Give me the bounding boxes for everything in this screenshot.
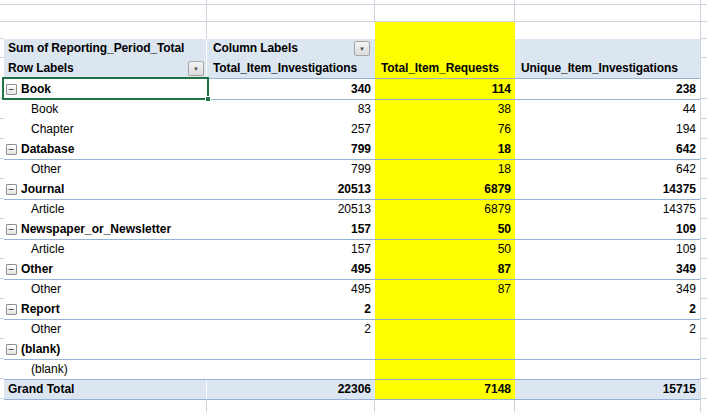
- cell-unique-item-investigations[interactable]: 194: [515, 119, 700, 139]
- cell-total-item-investigations[interactable]: 22306: [207, 379, 375, 399]
- gridline: [374, 399, 375, 412]
- cell-unique-item-investigations[interactable]: 642: [515, 139, 700, 159]
- column-labels-header[interactable]: Column Labels: [213, 39, 298, 58]
- gridline: [0, 21, 707, 22]
- cell-unique-item-investigations[interactable]: 238: [515, 79, 700, 99]
- value-field-label[interactable]: Sum of Reporting_Period_Total: [8, 39, 184, 58]
- cell-total-item-requests[interactable]: 18: [375, 139, 515, 159]
- row-label-cell[interactable]: −Report: [4, 299, 207, 319]
- pivot-row: Chapter 257 76 194: [4, 119, 700, 139]
- cell-total-item-requests[interactable]: 50: [375, 219, 515, 239]
- cell-total-item-requests[interactable]: 6879: [375, 179, 515, 199]
- cell-unique-item-investigations[interactable]: [515, 359, 700, 379]
- row-label-cell[interactable]: Article: [4, 199, 207, 219]
- row-label-cell[interactable]: (blank): [4, 359, 207, 379]
- cell-total-item-investigations[interactable]: 495: [207, 279, 375, 299]
- cell-total-item-investigations[interactable]: 799: [207, 139, 375, 159]
- cell-unique-item-investigations[interactable]: 109: [515, 219, 700, 239]
- row-label-cell[interactable]: Book: [4, 99, 207, 119]
- collapse-minus-icon[interactable]: −: [6, 344, 17, 355]
- cell-total-item-investigations[interactable]: 20513: [207, 179, 375, 199]
- row-label: (blank): [21, 339, 60, 359]
- cell-total-item-requests[interactable]: 18: [375, 159, 515, 179]
- cell-unique-item-investigations[interactable]: 2: [515, 299, 700, 319]
- cell-total-item-investigations[interactable]: 20513: [207, 199, 375, 219]
- cell-total-item-requests[interactable]: 50: [375, 239, 515, 259]
- pivot-row: Article 157 50 109: [4, 239, 700, 259]
- cell-total-item-requests[interactable]: 114: [375, 79, 515, 99]
- row-label: Journal: [21, 179, 64, 199]
- row-label-cell[interactable]: Other: [4, 319, 207, 339]
- cell-unique-item-investigations[interactable]: 349: [515, 279, 700, 299]
- cell-total-item-requests[interactable]: [375, 299, 515, 319]
- row-label: Newspaper_or_Newsletter: [21, 219, 171, 239]
- cell-unique-item-investigations[interactable]: 14375: [515, 199, 700, 219]
- cell-total-item-investigations[interactable]: 157: [207, 239, 375, 259]
- cell-total-item-requests[interactable]: 76: [375, 119, 515, 139]
- row-label: Report: [21, 299, 60, 319]
- row-label-cell[interactable]: Other: [4, 159, 207, 179]
- cell-total-item-investigations[interactable]: 257: [207, 119, 375, 139]
- row-label-cell[interactable]: −Journal: [4, 179, 207, 199]
- collapse-minus-icon[interactable]: −: [6, 264, 17, 275]
- cell-total-item-investigations[interactable]: [207, 359, 375, 379]
- cell-total-item-requests[interactable]: 7148: [375, 379, 515, 399]
- cell-total-item-requests[interactable]: 87: [375, 279, 515, 299]
- cell-separator: [206, 39, 207, 79]
- cell-unique-item-investigations[interactable]: 109: [515, 239, 700, 259]
- gridline: [514, 0, 515, 22]
- row-label-cell[interactable]: −Newspaper_or_Newsletter: [4, 219, 207, 239]
- row-label-cell[interactable]: Chapter: [4, 119, 207, 139]
- row-label: Grand Total: [4, 379, 74, 399]
- cell-unique-item-investigations[interactable]: 349: [515, 259, 700, 279]
- column-header-unique-item-investigations[interactable]: Unique_Item_Investigations: [521, 58, 678, 79]
- cell-total-item-investigations[interactable]: 2: [207, 299, 375, 319]
- cell-total-item-requests[interactable]: [375, 319, 515, 339]
- row-label-cell[interactable]: −Other: [4, 259, 207, 279]
- pivot-row: −Journal 20513 6879 14375: [4, 179, 700, 199]
- cell-unique-item-investigations[interactable]: 14375: [515, 179, 700, 199]
- collapse-minus-icon[interactable]: −: [6, 184, 17, 195]
- cell-total-item-investigations[interactable]: 2: [207, 319, 375, 339]
- collapse-minus-icon[interactable]: −: [6, 144, 17, 155]
- cell-total-item-investigations[interactable]: 157: [207, 219, 375, 239]
- pivot-row: Other 799 18 642: [4, 159, 700, 179]
- collapse-minus-icon[interactable]: −: [6, 304, 17, 315]
- column-header-total-item-requests[interactable]: Total_Item_Requests: [381, 58, 499, 79]
- pivot-row: Other 495 87 349: [4, 279, 700, 299]
- pivot-row: Other 2 2: [4, 319, 700, 339]
- cell-total-item-requests[interactable]: [375, 339, 515, 359]
- dropdown-arrow-icon: ▼: [359, 46, 365, 52]
- column-header-total-item-investigations[interactable]: Total_Item_Investigations: [213, 58, 357, 79]
- cell-unique-item-investigations[interactable]: [515, 339, 700, 359]
- cell-total-item-investigations[interactable]: [207, 339, 375, 359]
- pivot-row: −Report 2 2: [4, 299, 700, 319]
- cell-total-item-requests[interactable]: 87: [375, 259, 515, 279]
- cell-unique-item-investigations[interactable]: 2: [515, 319, 700, 339]
- row-label-cell[interactable]: −(blank): [4, 339, 207, 359]
- cell-unique-item-investigations[interactable]: 642: [515, 159, 700, 179]
- cell-total-item-requests[interactable]: [375, 359, 515, 379]
- cell-total-item-investigations[interactable]: 340: [207, 79, 375, 99]
- row-label-cell[interactable]: Article: [4, 239, 207, 259]
- column-labels-filter-button[interactable]: ▼: [354, 41, 370, 56]
- row-labels-header[interactable]: Row Labels: [8, 58, 74, 79]
- cell-total-item-investigations[interactable]: 495: [207, 259, 375, 279]
- pivot-row: Book 83 38 44: [4, 99, 700, 119]
- row-label-cell[interactable]: Grand Total: [4, 379, 207, 399]
- row-label-cell[interactable]: −Database: [4, 139, 207, 159]
- gridline: [0, 38, 4, 39]
- cell-unique-item-investigations[interactable]: 15715: [515, 379, 700, 399]
- cell-total-item-requests[interactable]: 38: [375, 99, 515, 119]
- cell-total-item-investigations[interactable]: 83: [207, 99, 375, 119]
- cell-unique-item-investigations[interactable]: 44: [515, 99, 700, 119]
- fill-handle[interactable]: [205, 96, 211, 102]
- row-label: Book: [4, 99, 58, 119]
- gridline-stubs: [701, 79, 707, 399]
- row-labels-filter-button[interactable]: ▼: [188, 61, 204, 76]
- cell-total-item-investigations[interactable]: 799: [207, 159, 375, 179]
- row-label-cell[interactable]: Other: [4, 279, 207, 299]
- row-label: Other: [4, 319, 61, 339]
- cell-total-item-requests[interactable]: 6879: [375, 199, 515, 219]
- collapse-minus-icon[interactable]: −: [6, 224, 17, 235]
